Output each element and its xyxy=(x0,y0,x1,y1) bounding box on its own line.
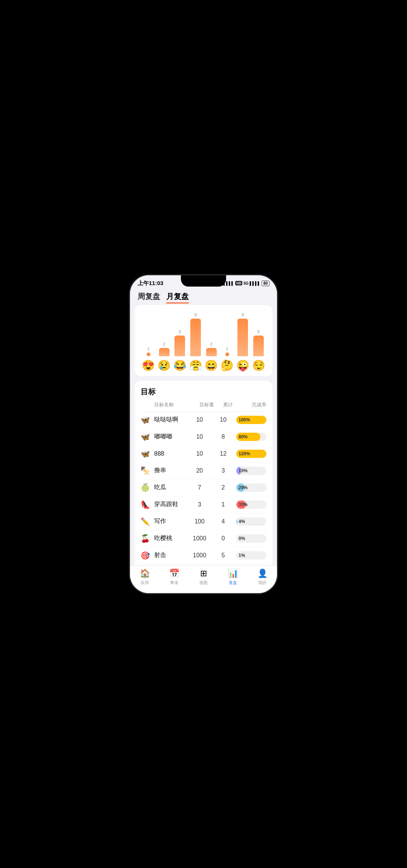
nav-mine-icon: 👤 xyxy=(257,569,268,578)
goal-rate-5: 33% xyxy=(235,500,267,509)
bar-item-2: 2 xyxy=(156,342,172,356)
goal-name-cell-6: ✏️ 写作 xyxy=(141,517,188,526)
goal-name-7: 吃樱桃 xyxy=(154,534,188,542)
emoji-8: 😌 xyxy=(252,359,265,372)
chart-bars: 1 2 5 9 xyxy=(139,311,268,356)
progress-bar-0: 100% xyxy=(236,416,266,424)
goal-icon-3: 🍢 xyxy=(141,466,151,475)
progress-bar-4: 29% xyxy=(236,484,266,492)
bar-item-6: 1 xyxy=(219,346,235,356)
bar-6 xyxy=(225,352,229,356)
signal-bars2: ▌▌▌▌ xyxy=(250,281,260,285)
goal-total-2: 12 xyxy=(211,450,235,457)
goal-icon-0: 🦋 xyxy=(141,415,151,424)
progress-label-1: 80% xyxy=(239,434,248,439)
progress-fill-6 xyxy=(236,517,237,526)
bar-1 xyxy=(147,352,150,356)
bar-2 xyxy=(159,348,170,356)
goal-row-6: ✏️ 写作 100 4 4% xyxy=(141,513,266,530)
goal-name-2: 888 xyxy=(154,450,188,457)
goal-row-7: 🍒 吃樱桃 1000 0 0% xyxy=(141,530,266,547)
th-name: 目标名称 xyxy=(141,401,196,408)
bar-value-2: 2 xyxy=(163,342,165,346)
nav-tasks-label: 事项 xyxy=(170,580,178,586)
bar-7 xyxy=(237,319,248,356)
goal-row-3: 🍢 撸串 20 3 15% xyxy=(141,462,266,479)
battery: 80 xyxy=(262,281,269,286)
goal-total-5: 1 xyxy=(211,501,235,508)
goal-total-3: 3 xyxy=(211,467,235,474)
bar-item-8: 5 xyxy=(251,330,266,356)
progress-label-8: 1% xyxy=(239,553,245,558)
goal-rate-6: 4% xyxy=(235,517,267,526)
goal-target-6: 100 xyxy=(188,518,211,525)
nav-review-label: 复盘 xyxy=(229,580,237,586)
goal-icon-4: 🍈 xyxy=(141,483,151,492)
goal-rate-8: 1% xyxy=(235,551,267,560)
goal-name-cell-4: 🍈 吃瓜 xyxy=(141,483,188,492)
bar-value-8: 5 xyxy=(257,330,260,334)
goal-name-4: 吃瓜 xyxy=(154,484,188,491)
bar-4 xyxy=(190,319,201,356)
bar-item-1: 1 xyxy=(141,346,156,356)
goal-target-2: 10 xyxy=(188,450,211,457)
goal-target-0: 10 xyxy=(188,416,211,423)
goal-total-4: 2 xyxy=(211,484,235,491)
progress-label-6: 4% xyxy=(239,519,245,524)
progress-label-0: 100% xyxy=(239,417,250,423)
hd-badge2: HD xyxy=(235,281,242,285)
goal-row-2: 🦋 888 10 12 120% xyxy=(141,445,266,462)
nav-review[interactable]: 📊 复盘 xyxy=(218,569,248,586)
goal-target-5: 3 xyxy=(188,501,211,508)
progress-bar-8: 1% xyxy=(236,551,266,560)
goal-rate-4: 29% xyxy=(235,484,267,492)
progress-bar-5: 33% xyxy=(236,500,266,509)
nav-views-icon: ⊞ xyxy=(200,569,207,578)
nav-tasks[interactable]: 📅 事项 xyxy=(159,569,189,586)
notch xyxy=(181,275,226,287)
goal-icon-5: 👠 xyxy=(141,500,151,509)
goals-table-header: 目标名称 目标量 累计 完成率 xyxy=(141,401,266,412)
nav-mine-label: 我的 xyxy=(258,580,266,586)
goal-name-3: 撸串 xyxy=(154,467,188,474)
goal-row-4: 🍈 吃瓜 7 2 29% xyxy=(141,479,266,496)
bar-item-3: 5 xyxy=(172,330,188,356)
goal-total-8: 5 xyxy=(211,552,235,559)
goal-name-0: 哒哒哒啊 xyxy=(154,416,188,424)
nav-views[interactable]: ⊞ 视图 xyxy=(189,569,218,586)
goals-list: 🦋 哒哒哒啊 10 10 100% 🦋 嘟嘟嘟 10 8 80% xyxy=(141,412,266,564)
bar-value-7: 9 xyxy=(242,313,244,317)
nav-apps-icon: 🏠 xyxy=(140,569,150,578)
bar-item-4: 9 xyxy=(188,313,204,356)
phone-screen: 上午11:03 HD 5G ▌▌▌▌ HD 5G ▌▌▌▌ 80 周复盘 月复盘… xyxy=(130,275,277,593)
progress-label-5: 33% xyxy=(239,502,248,507)
goal-row-0: 🦋 哒哒哒啊 10 10 100% xyxy=(141,412,266,429)
bar-8 xyxy=(253,336,264,356)
tab-weekly[interactable]: 周复盘 xyxy=(138,291,160,304)
goal-name-cell-7: 🍒 吃樱桃 xyxy=(141,534,188,543)
bar-value-1: 1 xyxy=(147,346,150,351)
goal-target-7: 1000 xyxy=(188,535,211,542)
bar-value-4: 9 xyxy=(194,313,197,317)
goals-title: 目标 xyxy=(141,387,266,397)
emoji-7: 😜 xyxy=(236,359,249,372)
th-target: 目标量 xyxy=(196,401,217,408)
goal-target-8: 1000 xyxy=(188,552,211,559)
progress-bar-1: 80% xyxy=(236,433,266,441)
tab-header: 周复盘 月复盘 xyxy=(130,288,277,305)
nav-apps[interactable]: 🏠 应用 xyxy=(130,569,159,586)
goal-target-4: 7 xyxy=(188,484,211,491)
chart-section: 1 2 5 9 xyxy=(135,305,272,376)
nav-apps-label: 应用 xyxy=(141,580,149,586)
emojis-row: 😍 😢 😂 😤 😄 🤔 😜 😌 xyxy=(139,359,268,372)
signal-5g2: 5G xyxy=(243,281,248,285)
goal-row-5: 👠 穿高跟鞋 3 1 33% xyxy=(141,496,266,513)
emoji-5: 😄 xyxy=(205,359,218,372)
goal-total-0: 10 xyxy=(211,416,235,423)
bar-item-7: 9 xyxy=(235,313,251,356)
goal-icon-2: 🦋 xyxy=(141,449,151,458)
nav-mine[interactable]: 👤 我的 xyxy=(248,569,277,586)
bar-5 xyxy=(206,348,217,356)
goal-rate-3: 15% xyxy=(235,467,267,475)
tab-monthly[interactable]: 月复盘 xyxy=(166,291,189,304)
